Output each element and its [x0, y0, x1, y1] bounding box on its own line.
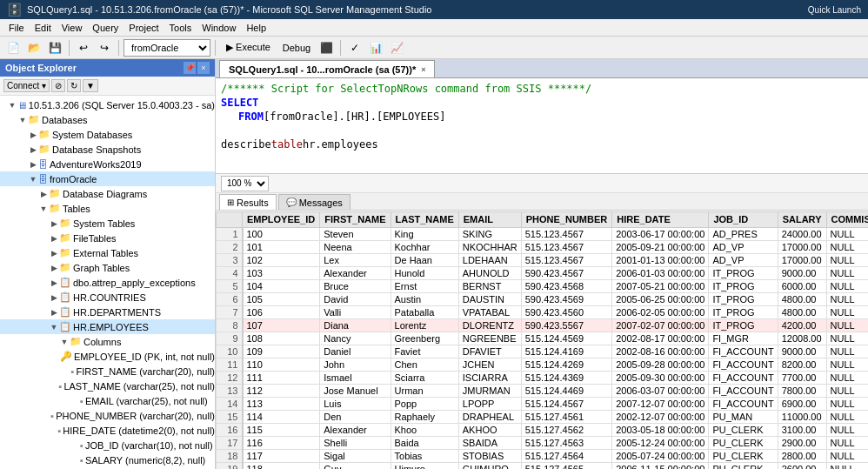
tree-db-snapshots[interactable]: ▶ 📁 Database Snapshots — [0, 142, 215, 157]
tree-tables[interactable]: ▼ 📁 Tables — [0, 201, 215, 216]
th-firstname[interactable]: FIRST_NAME — [320, 211, 391, 227]
tree-hr-countries[interactable]: ▶ 📋 HR.COUNTRIES — [0, 290, 215, 305]
tree-sys-tables[interactable]: ▶ 📁 System Tables — [0, 216, 215, 231]
tree-system-dbs[interactable]: ▶ 📁 System Databases — [0, 127, 215, 142]
oe-refresh-btn[interactable]: ↻ — [67, 79, 81, 92]
th-empid[interactable]: EMPLOYEE_ID — [243, 211, 320, 227]
table-row[interactable]: 2101NeenaKochharNKOCHHAR515.123.45672005… — [217, 240, 869, 253]
table-row[interactable]: 11110JohnChenJCHEN515.124.42692005-09-28… — [217, 358, 869, 371]
tree-col-salary[interactable]: ▪ SALARY (numeric(8,2), null) — [0, 452, 215, 467]
tree-ext-tables[interactable]: ▶ 📁 External Tables — [0, 245, 215, 260]
tree-hr-departments[interactable]: ▶ 📋 HR.DEPARTMENTS — [0, 305, 215, 319]
quick-launch[interactable]: Quick Launch — [808, 5, 861, 15]
tree-file-tables[interactable]: ▶ 📁 FileTables — [0, 231, 215, 245]
table-row[interactable]: 4103AlexanderHunoldAHUNOLD590.423.456720… — [217, 266, 869, 279]
table-row[interactable]: 14113LuisPoppLPOPP515.124.45672007-12-07… — [217, 397, 869, 410]
tree-db-diagrams[interactable]: ▶ 📁 Database Diagrams — [0, 186, 215, 201]
data-grid-container[interactable]: EMPLOYEE_ID FIRST_NAME LAST_NAME EMAIL P… — [216, 211, 868, 469]
table-row[interactable]: 5104BruceErnstBERNST590.423.45682007-05-… — [217, 279, 869, 292]
query-tab[interactable]: SQLQuery1.sql - 10...romOracle (sa (57))… — [219, 60, 435, 77]
data-cell: BERNST — [458, 279, 521, 292]
query-editor[interactable]: /****** Script for SelectTopNRows comman… — [216, 78, 868, 174]
tree-adventureworks[interactable]: ▶ 🗄 AdventureWorks2019 — [0, 157, 215, 171]
menu-view[interactable]: View — [57, 21, 88, 35]
th-phone[interactable]: PHONE_NUMBER — [521, 211, 612, 227]
file-tbl-label: FileTables — [73, 233, 117, 244]
oe-connect-btn[interactable]: Connect ▾ — [3, 79, 50, 92]
table-row[interactable]: 16115AlexanderKhooAKHOO515.127.45622003-… — [217, 423, 869, 436]
cancel-btn[interactable]: ⬛ — [317, 38, 336, 57]
menu-project[interactable]: Project — [124, 21, 164, 35]
include-client-stats-btn[interactable]: 📈 — [387, 38, 406, 57]
table-row[interactable]: 17116ShelliBaidaSBAIDA515.127.45632005-1… — [217, 436, 869, 449]
tree-dbo-attrep[interactable]: ▶ 📋 dbo.attrep_apply_exceptions — [0, 275, 215, 290]
tree-col-jobid[interactable]: ▪ JOB_ID (varchar(10), not null) — [0, 438, 215, 452]
th-lastname[interactable]: LAST_NAME — [391, 211, 458, 227]
table-row[interactable]: 19118GuyHimuroGHIMURO515.127.45652006-11… — [217, 462, 869, 469]
tree-col-empid[interactable]: 🔑 EMPLOYEE_ID (PK, int, not null) — [0, 349, 215, 364]
menu-help[interactable]: Help — [241, 21, 271, 35]
oe-title: Object Explorer — [5, 63, 184, 73]
tree-hr-employees[interactable]: ▼ 📋 HR.EMPLOYEES — [0, 319, 215, 334]
execute-btn[interactable]: ▶ Execute — [220, 38, 277, 57]
tree-databases[interactable]: ▼ 📁 Databases — [0, 112, 215, 127]
open-btn[interactable]: 📂 — [24, 38, 43, 57]
table-row[interactable]: 12111IsmaelSciarraISCIARRA515.124.436920… — [217, 371, 869, 384]
results-tab-results[interactable]: ⊞ Results — [219, 194, 277, 210]
oe-close-btn[interactable]: × — [197, 62, 210, 74]
tree-col-email[interactable]: ▪ EMAIL (varchar(25), not null) — [0, 393, 215, 408]
table-row[interactable]: 7106ValliPataballaVPATABAL590.423.456020… — [217, 305, 869, 318]
table-row[interactable]: 13112Jose ManuelUrmanJMURMAN515.124.4469… — [217, 384, 869, 397]
expand-departments-icon: ▶ — [49, 308, 59, 317]
data-cell: NULL — [826, 436, 868, 449]
table-row[interactable]: 3102LexDe HaanLDEHAAN515.123.45672001-01… — [217, 253, 869, 266]
menu-file[interactable]: File — [3, 21, 30, 35]
tree-col-fname[interactable]: ▪ FIRST_NAME (varchar(20), null) — [0, 364, 215, 379]
table-row[interactable]: 15114DenRaphaelyDRAPHEAL515.127.45612002… — [217, 410, 869, 423]
table-row[interactable]: 9108NancyGreenbergNGREENBE515.124.456920… — [217, 332, 869, 345]
table-row[interactable]: 1100StevenKingSKING515.123.45672003-06-1… — [217, 227, 869, 240]
zoom-select[interactable]: 100 % 75 % 50 % 150 % — [221, 176, 269, 191]
th-email[interactable]: EMAIL — [458, 211, 521, 227]
menu-edit[interactable]: Edit — [30, 21, 57, 35]
db-dropdown[interactable]: fromOracle — [124, 39, 210, 57]
save-btn[interactable]: 💾 — [45, 38, 64, 57]
data-cell: 2003-06-17 00:00:00 — [612, 227, 709, 240]
table-row[interactable]: 10109DanielFavietDFAVIET515.124.41692002… — [217, 345, 869, 358]
menu-tools[interactable]: Tools — [164, 21, 197, 35]
tree-col-hiredate[interactable]: ▪ HIRE_DATE (datetime2(0), not null) — [0, 423, 215, 438]
tree-server[interactable]: ▼ 🖥 10.51.3.206 (SQL Server 15.0.4003.23… — [0, 97, 215, 112]
table-row[interactable]: 6105DavidAustinDAUSTIN590.423.45692005-0… — [217, 292, 869, 305]
th-jobid[interactable]: JOB_ID — [709, 211, 778, 227]
oe-disconnect-btn[interactable]: ⊘ — [51, 79, 65, 92]
new-query-btn[interactable]: 📄 — [3, 38, 23, 57]
tree-fromoracle[interactable]: ▼ 🗄 fromOracle — [0, 171, 215, 186]
data-cell: FI_ACCOUNT — [709, 371, 778, 384]
data-cell: SBAIDA — [458, 436, 521, 449]
tree-col-phone[interactable]: ▪ PHONE_NUMBER (varchar(20), null) — [0, 408, 215, 423]
include-actual-plan-btn[interactable]: 📊 — [366, 38, 385, 57]
tree-graph-tables[interactable]: ▶ 📁 Graph Tables — [0, 260, 215, 275]
sep3 — [215, 40, 216, 56]
oe-filter-btn[interactable]: ▼ — [83, 79, 98, 92]
oe-pin-btn[interactable]: 📌 — [184, 62, 196, 74]
table-row[interactable]: 18117SigalTobiasSTOBIAS515.127.45642005-… — [217, 449, 869, 462]
data-cell: AKHOO — [458, 423, 521, 436]
table-row[interactable]: 8107DianaLorentzDLORENTZ590.423.55672007… — [217, 318, 869, 332]
parse-btn[interactable]: ✓ — [345, 38, 364, 57]
th-salary[interactable]: SALARY — [778, 211, 826, 227]
data-cell: NULL — [826, 371, 868, 384]
query-tab-label: SQLQuery1.sql - 10...romOracle (sa (57))… — [229, 64, 416, 75]
debug-btn[interactable]: Debug — [278, 38, 315, 57]
menu-query[interactable]: Query — [87, 21, 124, 35]
tree-columns[interactable]: ▼ 📁 Columns — [0, 334, 215, 349]
th-hiredate[interactable]: HIRE_DATE — [612, 211, 709, 227]
th-commission[interactable]: COMMISSION_PCT — [826, 211, 868, 227]
results-tab-messages[interactable]: 💬 Messages — [278, 194, 351, 210]
undo-btn[interactable]: ↩ — [74, 38, 93, 57]
redo-btn[interactable]: ↪ — [95, 38, 114, 57]
salary-col-icon: ▪ — [80, 455, 83, 466]
menu-window[interactable]: Window — [197, 21, 241, 35]
query-tab-close[interactable]: × — [421, 65, 425, 74]
tree-col-lname[interactable]: ▪ LAST_NAME (varchar(25), not null) — [0, 379, 215, 393]
